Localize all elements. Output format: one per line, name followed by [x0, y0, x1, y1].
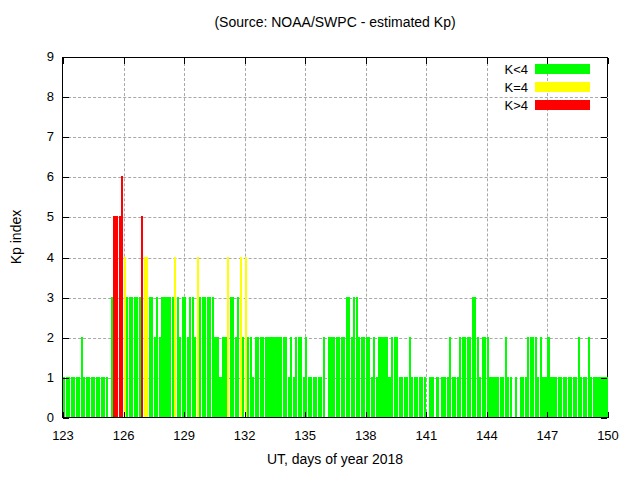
legend-swatch	[535, 100, 590, 110]
x-tick	[184, 412, 185, 418]
y-tick	[63, 338, 69, 339]
x-tick-label: 132	[223, 428, 267, 443]
kp-bar	[323, 337, 325, 417]
chart-title: (Source: NOAA/SWPC - estimated Kp)	[62, 14, 608, 30]
y-tick-label: 9	[14, 49, 54, 64]
x-tick	[124, 412, 125, 418]
v-gridline	[426, 58, 427, 417]
kp-bar	[431, 377, 433, 417]
x-tick	[426, 58, 427, 64]
y-tick	[63, 137, 69, 138]
kp-bar	[106, 377, 108, 417]
x-axis-label: UT, days of year 2018	[62, 451, 608, 467]
kp-bar	[510, 377, 512, 417]
y-tick	[601, 378, 607, 379]
h-gridline	[63, 177, 608, 178]
legend-label: K<4	[468, 62, 528, 77]
x-tick-label: 135	[283, 428, 327, 443]
y-tick	[601, 217, 607, 218]
x-tick-label: 138	[344, 428, 388, 443]
x-tick	[366, 412, 367, 418]
y-tick	[601, 298, 607, 299]
kp-index-chart: (Source: NOAA/SWPC - estimated Kp) 12312…	[0, 0, 640, 480]
kp-bar	[605, 377, 607, 417]
y-tick	[63, 258, 69, 259]
x-tick	[305, 412, 306, 418]
x-tick	[608, 412, 609, 418]
x-tick	[245, 412, 246, 418]
y-tick	[601, 97, 607, 98]
y-tick	[63, 177, 69, 178]
x-tick-label: 129	[162, 428, 206, 443]
legend-swatch	[535, 64, 590, 74]
x-tick-label: 141	[404, 428, 448, 443]
legend-swatch	[535, 82, 590, 92]
x-tick-label: 123	[41, 428, 85, 443]
h-gridline	[63, 217, 608, 218]
kp-bar	[424, 377, 426, 417]
legend-label: K>4	[468, 98, 528, 113]
x-tick	[487, 412, 488, 418]
x-tick	[184, 58, 185, 64]
y-tick	[601, 137, 607, 138]
x-tick	[245, 58, 246, 64]
legend-label: K=4	[468, 80, 528, 95]
kp-bar	[515, 377, 517, 417]
y-tick	[63, 298, 69, 299]
y-tick	[601, 57, 607, 58]
y-tick	[601, 177, 607, 178]
y-tick-label: 0	[14, 410, 54, 425]
y-tick	[601, 258, 607, 259]
y-tick	[63, 217, 69, 218]
x-tick-label: 147	[525, 428, 569, 443]
x-tick	[608, 58, 609, 64]
x-tick	[63, 58, 64, 64]
y-tick-label: 1	[14, 370, 54, 385]
x-tick	[366, 58, 367, 64]
x-tick	[547, 412, 548, 418]
x-tick	[426, 412, 427, 418]
y-tick-label: 8	[14, 89, 54, 104]
x-tick	[124, 58, 125, 64]
kp-bar	[436, 377, 438, 417]
x-tick-label: 126	[102, 428, 146, 443]
y-tick	[63, 57, 69, 58]
y-tick	[63, 97, 69, 98]
y-tick	[63, 418, 69, 419]
y-tick	[601, 418, 607, 419]
y-tick	[601, 338, 607, 339]
x-tick-label: 144	[465, 428, 509, 443]
x-tick	[305, 58, 306, 64]
h-gridline	[63, 137, 608, 138]
y-axis-label: Kp index	[8, 137, 24, 337]
x-tick-label: 150	[586, 428, 630, 443]
y-tick	[63, 378, 69, 379]
